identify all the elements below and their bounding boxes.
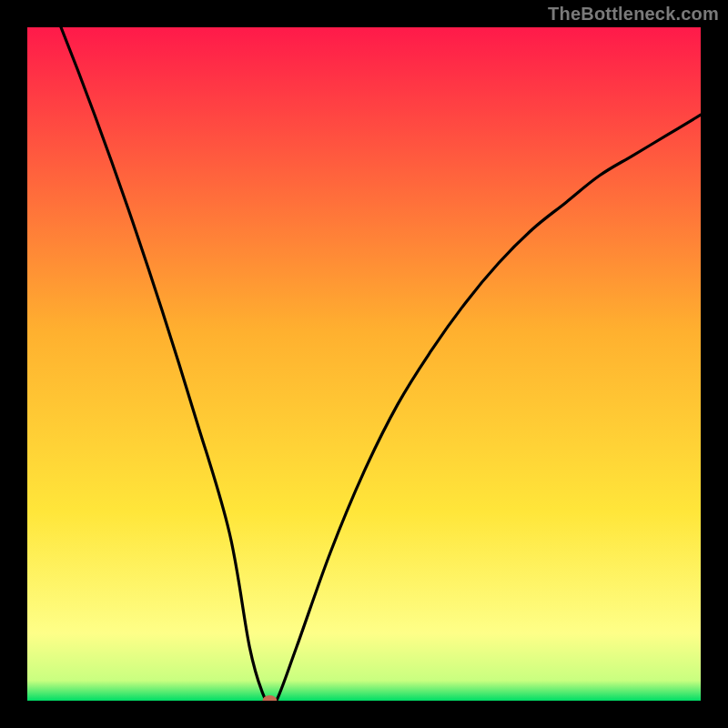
chart-frame: TheBottleneck.com <box>0 0 728 728</box>
plot-area <box>27 27 701 701</box>
watermark-label: TheBottleneck.com <box>548 4 719 25</box>
bottleneck-chart <box>27 27 701 701</box>
gradient-background <box>27 27 701 701</box>
